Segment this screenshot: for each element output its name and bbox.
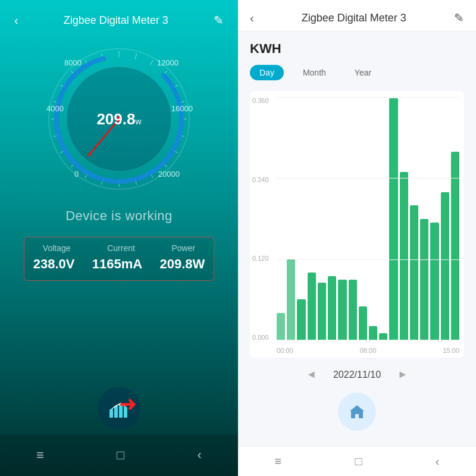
y-axis-labels: 0.360 0.240 0.120 0.000 bbox=[252, 97, 269, 341]
bar-wrap bbox=[308, 98, 316, 340]
stats-labels: Voltage Current Power bbox=[24, 243, 214, 253]
next-date-button[interactable]: ► bbox=[393, 366, 413, 383]
bar bbox=[441, 192, 449, 340]
bar bbox=[297, 299, 305, 340]
right-panel: ‹ Zigbee Digital Meter 3 ✎ KWH Day Month… bbox=[238, 0, 476, 476]
right-back-button[interactable]: ‹ bbox=[250, 11, 254, 25]
power-label: Power bbox=[171, 243, 195, 253]
stats-values: 238.0V 1165mA 209.8W bbox=[24, 256, 214, 272]
x-label-0800: 08:00 bbox=[360, 347, 377, 354]
gauge-label-20000: 20000 bbox=[158, 170, 180, 178]
x-label-0000: 00:00 bbox=[277, 347, 293, 354]
bar bbox=[338, 280, 346, 340]
left-back-button[interactable]: ‹ bbox=[12, 11, 21, 30]
left-panel: ‹ Zigbee Digital Meter 3 ✎ bbox=[0, 0, 238, 476]
date-display: 2022/11/10 bbox=[333, 369, 381, 380]
current-value: 1165mA bbox=[92, 256, 142, 272]
svg-rect-6 bbox=[109, 409, 113, 418]
date-nav: ◄ 2022/11/10 ► bbox=[250, 366, 464, 383]
gauge-container: 8000 12000 4000 16000 0 20000 209.8w bbox=[42, 42, 196, 196]
gauge-label-12000: 12000 bbox=[157, 58, 178, 67]
home-button[interactable] bbox=[338, 393, 376, 431]
gauge-label-8000: 8000 bbox=[64, 58, 82, 67]
chart-bars bbox=[277, 98, 459, 340]
left-home-button[interactable]: □ bbox=[114, 445, 127, 465]
bar-wrap bbox=[420, 98, 428, 340]
stats-box: Voltage Current Power 238.0V 1165mA 209.… bbox=[24, 237, 214, 281]
right-edit-button[interactable]: ✎ bbox=[454, 11, 464, 25]
bar-wrap bbox=[410, 98, 418, 340]
bar-wrap bbox=[441, 98, 449, 340]
bar bbox=[410, 205, 418, 340]
tabs: Day Month Year bbox=[250, 65, 464, 80]
x-axis-labels: 00:00 08:00 15:00 bbox=[277, 347, 459, 354]
y-label-000: 0.000 bbox=[252, 334, 269, 341]
bar-wrap bbox=[379, 98, 387, 340]
grid-line-4 bbox=[277, 340, 459, 341]
bar bbox=[359, 306, 367, 340]
current-label: Current bbox=[107, 243, 135, 253]
x-label-1500: 15:00 bbox=[443, 347, 459, 354]
tab-year[interactable]: Year bbox=[345, 65, 381, 80]
bar-wrap bbox=[369, 98, 377, 340]
bar bbox=[328, 276, 336, 340]
bar-wrap bbox=[328, 98, 336, 340]
bar bbox=[430, 223, 439, 340]
home-icon bbox=[348, 403, 366, 421]
bar bbox=[318, 283, 326, 340]
bar-wrap bbox=[359, 98, 367, 340]
right-back-nav-button[interactable]: ‹ bbox=[436, 455, 440, 468]
tab-month[interactable]: Month bbox=[293, 65, 336, 80]
right-bottom-bar: ≡ □ ‹ bbox=[238, 446, 476, 476]
bar-wrap bbox=[349, 98, 357, 340]
bar bbox=[400, 172, 408, 340]
bar-wrap bbox=[277, 98, 285, 340]
bar bbox=[451, 152, 459, 340]
power-value: 209.8W bbox=[159, 256, 205, 272]
bar bbox=[308, 273, 316, 340]
left-menu-button[interactable]: ≡ bbox=[34, 445, 46, 465]
gauge-center-value: 209.8w bbox=[96, 110, 141, 129]
left-header: ‹ Zigbee Digital Meter 3 ✎ bbox=[0, 0, 238, 36]
right-title: Zigbee Digital Meter 3 bbox=[302, 12, 406, 24]
bar-wrap bbox=[400, 98, 408, 340]
bar bbox=[349, 280, 357, 340]
voltage-value: 238.0V bbox=[33, 256, 75, 272]
svg-rect-7 bbox=[114, 406, 118, 418]
prev-date-button[interactable]: ◄ bbox=[301, 366, 321, 383]
home-btn-wrap bbox=[250, 393, 464, 431]
y-label-240: 0.240 bbox=[252, 176, 269, 183]
grid-line-1 bbox=[277, 97, 459, 98]
right-content: KWH Day Month Year 0.360 0.240 0.120 0.0… bbox=[238, 32, 476, 446]
left-edit-button[interactable]: ✎ bbox=[211, 11, 226, 30]
bar-wrap bbox=[451, 98, 459, 340]
bar bbox=[287, 259, 295, 340]
red-arrow: ➜ bbox=[119, 392, 137, 416]
bar-wrap bbox=[338, 98, 346, 340]
chart-area: 0.360 0.240 0.120 0.000 00:00 08:00 15:0… bbox=[250, 91, 464, 358]
y-label-120: 0.120 bbox=[252, 255, 269, 262]
gauge-label-4000: 4000 bbox=[46, 104, 64, 113]
bar bbox=[389, 98, 397, 340]
left-title: Zigbee Digital Meter 3 bbox=[64, 14, 168, 27]
gauge-label-16000: 16000 bbox=[171, 104, 193, 113]
gauge-label-0: 0 bbox=[74, 170, 79, 178]
left-back-nav-button[interactable]: ‹ bbox=[195, 445, 204, 465]
tab-day[interactable]: Day bbox=[250, 65, 284, 80]
bar-wrap bbox=[389, 98, 397, 340]
left-bottom-bar: ≡ □ ‹ bbox=[0, 434, 238, 476]
right-menu-button[interactable]: ≡ bbox=[275, 455, 282, 468]
right-header: ‹ Zigbee Digital Meter 3 ✎ bbox=[238, 0, 476, 32]
y-label-360: 0.360 bbox=[252, 97, 269, 104]
voltage-label: Voltage bbox=[43, 243, 71, 253]
bar bbox=[277, 313, 285, 340]
device-status: Device is working bbox=[65, 208, 173, 224]
bar bbox=[379, 333, 387, 340]
bar-wrap bbox=[297, 98, 305, 340]
right-home-nav-button[interactable]: □ bbox=[355, 455, 362, 468]
bar bbox=[420, 219, 428, 340]
bar-wrap bbox=[430, 98, 439, 340]
bar-wrap bbox=[318, 98, 326, 340]
bar bbox=[369, 326, 377, 340]
bar-wrap bbox=[287, 98, 295, 340]
